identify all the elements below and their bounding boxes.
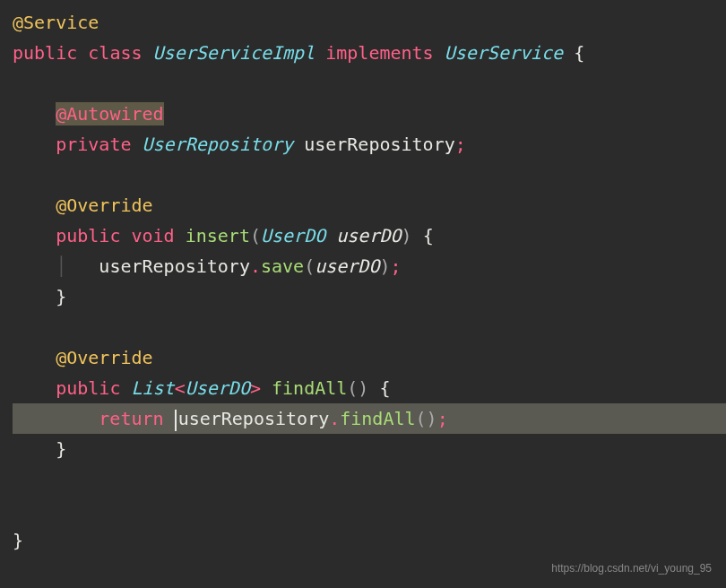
code-line: │ userRepository.save(userDO); <box>13 251 726 281</box>
code-line: @Override <box>13 342 726 373</box>
code-line: @Override <box>13 190 726 220</box>
code-line: } <box>13 281 726 312</box>
code-line-blank <box>13 495 726 525</box>
code-line: public List<UserDO> findAll() { <box>13 373 726 403</box>
code-line: @Autowired <box>13 99 726 129</box>
code-line-current: return userRepository.findAll(); <box>13 403 726 434</box>
code-line: } <box>13 434 726 464</box>
code-line: @Service <box>13 7 726 38</box>
code-line: public void insert(UserDO userDO) { <box>13 220 726 251</box>
watermark: https://blog.csdn.net/vi_young_95 <box>551 559 712 577</box>
code-line-blank <box>13 464 726 495</box>
annotation-service: @Service <box>13 12 99 33</box>
text-cursor <box>175 410 177 431</box>
code-line: private UserRepository userRepository; <box>13 129 726 160</box>
code-line: } <box>13 525 726 556</box>
annotation-override: @Override <box>56 195 152 216</box>
code-editor[interactable]: @Service public class UserServiceImpl im… <box>0 0 726 563</box>
code-line: public class UserServiceImpl implements … <box>13 38 726 68</box>
code-line-blank <box>13 312 726 342</box>
code-line-blank <box>13 160 726 190</box>
code-line-blank <box>13 68 726 99</box>
annotation-override: @Override <box>56 347 152 368</box>
annotation-autowired: @Autowired <box>56 102 163 125</box>
